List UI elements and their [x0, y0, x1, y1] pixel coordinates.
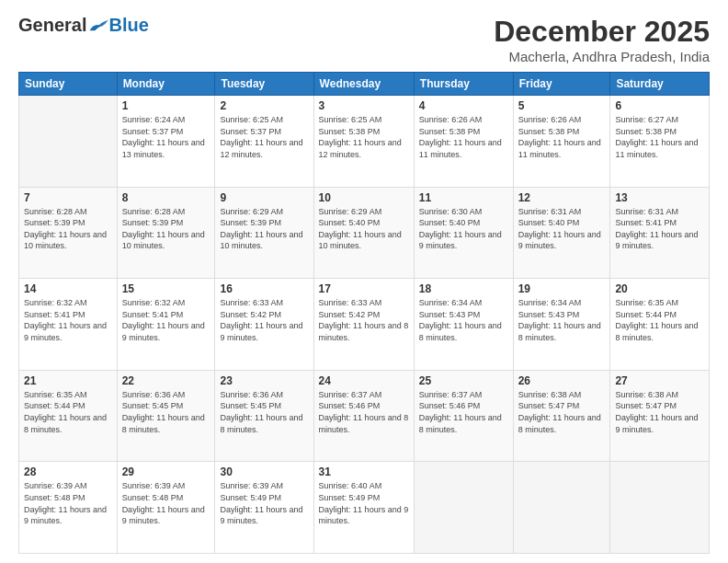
- title-area: December 2025 Macherla, Andhra Pradesh, …: [494, 15, 710, 64]
- day-number: 29: [122, 465, 210, 478]
- day-info: Sunrise: 6:34 AM Sunset: 5:43 PM Dayligh…: [518, 297, 606, 343]
- day-number: 5: [518, 99, 606, 112]
- day-number: 13: [615, 191, 704, 204]
- day-info: Sunrise: 6:26 AM Sunset: 5:38 PM Dayligh…: [419, 114, 508, 160]
- table-row: 10Sunrise: 6:29 AM Sunset: 5:40 PM Dayli…: [313, 187, 414, 279]
- table-row: 27Sunrise: 6:38 AM Sunset: 5:47 PM Dayli…: [610, 370, 710, 462]
- logo-bird-icon: [88, 17, 108, 34]
- header-wednesday: Wednesday: [313, 73, 414, 96]
- day-info: Sunrise: 6:25 AM Sunset: 5:38 PM Dayligh…: [319, 114, 409, 160]
- table-row: 14Sunrise: 6:32 AM Sunset: 5:41 PM Dayli…: [19, 279, 118, 371]
- day-info: Sunrise: 6:27 AM Sunset: 5:38 PM Dayligh…: [615, 114, 704, 160]
- day-info: Sunrise: 6:35 AM Sunset: 5:44 PM Dayligh…: [615, 297, 704, 343]
- day-info: Sunrise: 6:38 AM Sunset: 5:47 PM Dayligh…: [615, 389, 704, 435]
- day-info: Sunrise: 6:31 AM Sunset: 5:41 PM Dayligh…: [615, 206, 704, 252]
- table-row: 6Sunrise: 6:27 AM Sunset: 5:38 PM Daylig…: [610, 96, 710, 188]
- table-row: [414, 462, 513, 554]
- calendar-week-row: 21Sunrise: 6:35 AM Sunset: 5:44 PM Dayli…: [19, 370, 710, 462]
- table-row: 16Sunrise: 6:33 AM Sunset: 5:42 PM Dayli…: [215, 279, 313, 371]
- table-row: 26Sunrise: 6:38 AM Sunset: 5:47 PM Dayli…: [513, 370, 610, 462]
- calendar-week-row: 14Sunrise: 6:32 AM Sunset: 5:41 PM Dayli…: [19, 279, 710, 371]
- day-info: Sunrise: 6:33 AM Sunset: 5:42 PM Dayligh…: [220, 297, 308, 343]
- day-info: Sunrise: 6:32 AM Sunset: 5:41 PM Dayligh…: [24, 297, 112, 343]
- logo-blue-text: Blue: [108, 15, 148, 36]
- header-monday: Monday: [117, 73, 215, 96]
- calendar-week-row: 7Sunrise: 6:28 AM Sunset: 5:39 PM Daylig…: [19, 187, 710, 279]
- day-info: Sunrise: 6:38 AM Sunset: 5:47 PM Dayligh…: [518, 389, 606, 435]
- header: General Blue December 2025 Macherla, And…: [18, 15, 710, 64]
- day-number: 7: [24, 191, 112, 204]
- day-number: 21: [24, 374, 112, 387]
- day-number: 6: [615, 99, 704, 112]
- day-number: 1: [122, 99, 210, 112]
- day-number: 20: [615, 282, 704, 295]
- table-row: 13Sunrise: 6:31 AM Sunset: 5:41 PM Dayli…: [610, 187, 710, 279]
- header-friday: Friday: [513, 73, 610, 96]
- day-info: Sunrise: 6:29 AM Sunset: 5:39 PM Dayligh…: [220, 206, 308, 252]
- table-row: [610, 462, 710, 554]
- day-number: 11: [419, 191, 508, 204]
- day-info: Sunrise: 6:32 AM Sunset: 5:41 PM Dayligh…: [122, 297, 210, 343]
- day-info: Sunrise: 6:36 AM Sunset: 5:45 PM Dayligh…: [220, 389, 308, 435]
- calendar-table: Sunday Monday Tuesday Wednesday Thursday…: [18, 72, 710, 554]
- day-info: Sunrise: 6:35 AM Sunset: 5:44 PM Dayligh…: [24, 389, 112, 435]
- day-number: 12: [518, 191, 606, 204]
- day-info: Sunrise: 6:37 AM Sunset: 5:46 PM Dayligh…: [319, 389, 409, 435]
- day-info: Sunrise: 6:25 AM Sunset: 5:37 PM Dayligh…: [220, 114, 308, 160]
- day-info: Sunrise: 6:29 AM Sunset: 5:40 PM Dayligh…: [319, 206, 409, 252]
- day-info: Sunrise: 6:37 AM Sunset: 5:46 PM Dayligh…: [419, 389, 508, 435]
- day-info: Sunrise: 6:39 AM Sunset: 5:48 PM Dayligh…: [122, 480, 210, 526]
- table-row: 15Sunrise: 6:32 AM Sunset: 5:41 PM Dayli…: [117, 279, 215, 371]
- table-row: 28Sunrise: 6:39 AM Sunset: 5:48 PM Dayli…: [19, 462, 118, 554]
- day-number: 27: [615, 374, 704, 387]
- day-number: 30: [220, 465, 308, 478]
- day-number: 15: [122, 282, 210, 295]
- table-row: 3Sunrise: 6:25 AM Sunset: 5:38 PM Daylig…: [313, 96, 414, 188]
- table-row: 23Sunrise: 6:36 AM Sunset: 5:45 PM Dayli…: [215, 370, 313, 462]
- day-number: 14: [24, 282, 112, 295]
- day-info: Sunrise: 6:33 AM Sunset: 5:42 PM Dayligh…: [319, 297, 409, 343]
- day-number: 9: [220, 191, 308, 204]
- table-row: 25Sunrise: 6:37 AM Sunset: 5:46 PM Dayli…: [414, 370, 513, 462]
- header-sunday: Sunday: [19, 73, 118, 96]
- day-number: 2: [220, 99, 308, 112]
- header-saturday: Saturday: [610, 73, 710, 96]
- calendar-week-row: 28Sunrise: 6:39 AM Sunset: 5:48 PM Dayli…: [19, 462, 710, 554]
- table-row: 24Sunrise: 6:37 AM Sunset: 5:46 PM Dayli…: [313, 370, 414, 462]
- day-number: 23: [220, 374, 308, 387]
- calendar-header-row: Sunday Monday Tuesday Wednesday Thursday…: [19, 73, 710, 96]
- day-number: 18: [419, 282, 508, 295]
- table-row: 18Sunrise: 6:34 AM Sunset: 5:43 PM Dayli…: [414, 279, 513, 371]
- table-row: 7Sunrise: 6:28 AM Sunset: 5:39 PM Daylig…: [19, 187, 118, 279]
- day-number: 28: [24, 465, 112, 478]
- header-tuesday: Tuesday: [215, 73, 313, 96]
- page: General Blue December 2025 Macherla, And…: [0, 0, 728, 563]
- table-row: 30Sunrise: 6:39 AM Sunset: 5:49 PM Dayli…: [215, 462, 313, 554]
- day-number: 19: [518, 282, 606, 295]
- day-info: Sunrise: 6:26 AM Sunset: 5:38 PM Dayligh…: [518, 114, 606, 160]
- table-row: 31Sunrise: 6:40 AM Sunset: 5:49 PM Dayli…: [313, 462, 414, 554]
- day-info: Sunrise: 6:30 AM Sunset: 5:40 PM Dayligh…: [419, 206, 508, 252]
- table-row: 22Sunrise: 6:36 AM Sunset: 5:45 PM Dayli…: [117, 370, 215, 462]
- table-row: 2Sunrise: 6:25 AM Sunset: 5:37 PM Daylig…: [215, 96, 313, 188]
- day-number: 17: [319, 282, 409, 295]
- location: Macherla, Andhra Pradesh, India: [494, 49, 710, 64]
- day-number: 22: [122, 374, 210, 387]
- table-row: 21Sunrise: 6:35 AM Sunset: 5:44 PM Dayli…: [19, 370, 118, 462]
- day-info: Sunrise: 6:39 AM Sunset: 5:48 PM Dayligh…: [24, 480, 112, 526]
- day-number: 3: [319, 99, 409, 112]
- day-info: Sunrise: 6:24 AM Sunset: 5:37 PM Dayligh…: [122, 114, 210, 160]
- day-number: 24: [319, 374, 409, 387]
- day-number: 16: [220, 282, 308, 295]
- table-row: 12Sunrise: 6:31 AM Sunset: 5:40 PM Dayli…: [513, 187, 610, 279]
- table-row: [513, 462, 610, 554]
- day-info: Sunrise: 6:40 AM Sunset: 5:49 PM Dayligh…: [319, 480, 409, 526]
- table-row: 9Sunrise: 6:29 AM Sunset: 5:39 PM Daylig…: [215, 187, 313, 279]
- day-info: Sunrise: 6:31 AM Sunset: 5:40 PM Dayligh…: [518, 206, 606, 252]
- day-info: Sunrise: 6:36 AM Sunset: 5:45 PM Dayligh…: [122, 389, 210, 435]
- table-row: 4Sunrise: 6:26 AM Sunset: 5:38 PM Daylig…: [414, 96, 513, 188]
- month-title: December 2025: [494, 15, 710, 49]
- day-info: Sunrise: 6:34 AM Sunset: 5:43 PM Dayligh…: [419, 297, 508, 343]
- day-number: 25: [419, 374, 508, 387]
- day-number: 26: [518, 374, 606, 387]
